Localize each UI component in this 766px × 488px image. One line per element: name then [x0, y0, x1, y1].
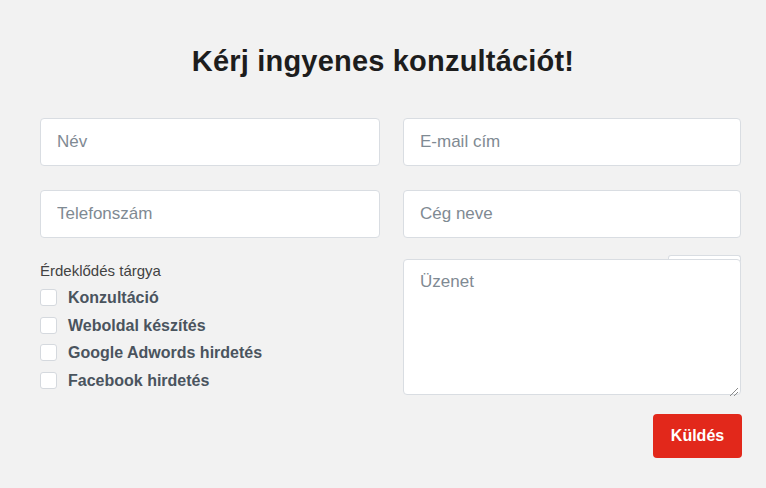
checkbox-row-google-adwords-hirdetes[interactable]: Google Adwords hirdetés [40, 344, 262, 361]
checkbox-facebook-hirdetes[interactable] [40, 372, 57, 389]
checkbox-weboldal-keszites[interactable] [40, 317, 57, 334]
checkbox-google-adwords-hirdetes[interactable] [40, 344, 57, 361]
checkbox-label-konzultacio: Konzultáció [68, 289, 159, 306]
checkbox-label-google-adwords-hirdetes: Google Adwords hirdetés [68, 344, 262, 361]
interest-group-label: Érdeklődés tárgya [40, 262, 161, 279]
message-textarea[interactable] [403, 259, 741, 395]
checkbox-row-facebook-hirdetes[interactable]: Facebook hirdetés [40, 372, 262, 389]
checkbox-row-weboldal-keszites[interactable]: Weboldal készítés [40, 317, 262, 334]
company-input[interactable] [403, 190, 741, 238]
name-input[interactable] [40, 118, 380, 166]
consultation-form: Kérj ingyenes konzultációt! Érdeklődés t… [0, 0, 766, 488]
phone-input[interactable] [40, 190, 380, 238]
checkbox-label-weboldal-keszites: Weboldal készítés [68, 317, 206, 334]
email-input[interactable] [403, 118, 741, 166]
checkbox-row-konzultacio[interactable]: Konzultáció [40, 289, 262, 306]
checkbox-label-facebook-hirdetes: Facebook hirdetés [68, 372, 209, 389]
interest-checkbox-group: Konzultáció Weboldal készítés Google Adw… [40, 289, 262, 389]
checkbox-konzultacio[interactable] [40, 289, 57, 306]
page-title: Kérj ingyenes konzultációt! [0, 44, 766, 78]
textarea-resize-handle-icon[interactable] [728, 382, 738, 392]
submit-button[interactable]: Küldés [653, 414, 742, 458]
